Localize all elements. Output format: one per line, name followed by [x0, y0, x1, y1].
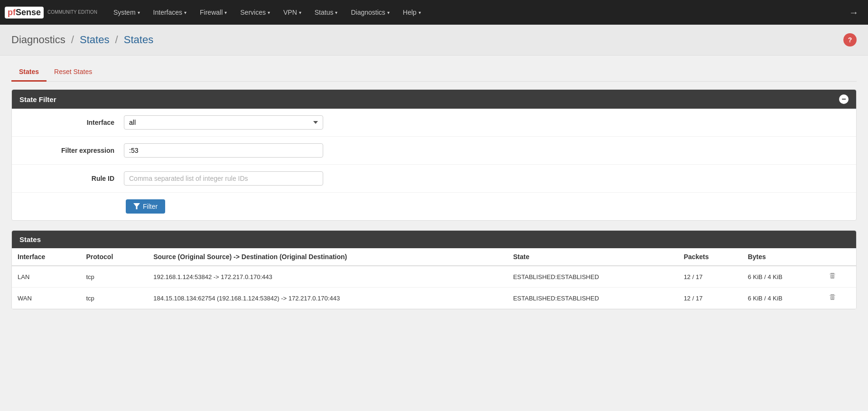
cell-bytes: 6 KiB / 4 KiB — [742, 288, 823, 309]
nav-item-interfaces[interactable]: Interfaces ▾ — [147, 0, 193, 25]
filter-button[interactable]: Filter — [126, 199, 165, 214]
col-state: State — [507, 248, 678, 266]
cell-source-dest: 192.168.1.124:53842 -> 172.217.0.170:443 — [148, 266, 507, 288]
filter-expression-label: Filter expression — [19, 147, 124, 154]
states-table-header-row: Interface Protocol Source (Original Sour… — [12, 248, 856, 266]
tab-states[interactable]: States — [11, 63, 47, 82]
rule-id-label: Rule ID — [19, 175, 124, 182]
chevron-down-icon: ▾ — [138, 10, 140, 15]
col-source-dest: Source (Original Source) -> Destination … — [148, 248, 507, 266]
chevron-down-icon: ▾ — [387, 10, 390, 15]
cell-interface: LAN — [12, 266, 81, 288]
filter-icon — [133, 203, 140, 210]
brand-edition: COMMUNITY EDITION — [47, 10, 97, 15]
col-interface: Interface — [12, 248, 81, 266]
states-panel: States Interface Protocol Source (Origin… — [11, 230, 857, 309]
panel-collapse-button[interactable]: − — [839, 94, 849, 104]
col-packets: Packets — [678, 248, 742, 266]
chevron-down-icon: ▾ — [335, 10, 337, 15]
breadcrumb-states1[interactable]: States — [80, 34, 109, 46]
states-panel-body: Interface Protocol Source (Original Sour… — [12, 248, 856, 309]
state-filter-panel-header: State Filter − — [12, 90, 856, 109]
cell-delete[interactable] — [823, 288, 856, 309]
nav-item-help[interactable]: Help ▾ — [396, 0, 428, 25]
interface-select[interactable]: all LAN WAN — [124, 115, 323, 130]
states-panel-header: States — [12, 231, 856, 248]
nav-item-services[interactable]: Services ▾ — [233, 0, 277, 25]
table-row: WAN tcp 184.15.108.134:62754 (192.168.1.… — [12, 288, 856, 309]
brand-logo[interactable]: pfSense COMMUNITY EDITION — [5, 7, 97, 19]
breadcrumb-sep2: / — [115, 34, 121, 46]
cell-state: ESTABLISHED:ESTABLISHED — [507, 288, 678, 309]
state-filter-panel: State Filter − Interface all LAN WAN Fil… — [11, 89, 857, 221]
nav-item-diagnostics[interactable]: Diagnostics ▾ — [344, 0, 396, 25]
delete-state-icon[interactable] — [829, 273, 836, 281]
chevron-down-icon: ▾ — [268, 10, 270, 15]
cell-packets: 12 / 17 — [678, 288, 742, 309]
states-table-head: Interface Protocol Source (Original Sour… — [12, 248, 856, 266]
cell-bytes: 6 KiB / 4 KiB — [742, 266, 823, 288]
nav-item-firewall[interactable]: Firewall ▾ — [193, 0, 233, 25]
interface-row: Interface all LAN WAN — [12, 109, 856, 137]
nav-menu: System ▾ Interfaces ▾ Firewall ▾ Service… — [107, 0, 844, 25]
tab-reset-states[interactable]: Reset States — [47, 63, 100, 82]
main-content: States Reset States State Filter − Inter… — [0, 56, 868, 327]
navbar: pfSense COMMUNITY EDITION System ▾ Inter… — [0, 0, 868, 25]
filter-btn-row: Filter — [12, 193, 856, 220]
rule-id-input[interactable] — [124, 171, 323, 186]
states-table-body: LAN tcp 192.168.1.124:53842 -> 172.217.0… — [12, 266, 856, 309]
cell-interface: WAN — [12, 288, 81, 309]
help-button[interactable]: ? — [843, 33, 857, 47]
col-actions — [823, 248, 856, 266]
cell-source-dest: 184.15.108.134:62754 (192.168.1.124:5384… — [148, 288, 507, 309]
states-table: Interface Protocol Source (Original Sour… — [12, 248, 856, 309]
chevron-down-icon: ▾ — [419, 10, 421, 15]
cell-protocol: tcp — [81, 266, 148, 288]
chevron-down-icon: ▾ — [299, 10, 301, 15]
chevron-down-icon: ▾ — [184, 10, 187, 15]
state-filter-panel-body: Interface all LAN WAN Filter expression — [12, 109, 856, 220]
states-panel-title: States — [19, 235, 41, 243]
chevron-down-icon: ▾ — [224, 10, 227, 15]
pfsense-logo-icon: pfSense — [5, 7, 44, 19]
state-filter-title: State Filter — [19, 95, 56, 103]
breadcrumb-text: Diagnostics / States / States — [11, 34, 153, 46]
filter-expression-control — [124, 143, 849, 158]
breadcrumb-states2[interactable]: States — [124, 34, 153, 46]
svg-marker-0 — [133, 203, 140, 209]
nav-item-status[interactable]: Status ▾ — [308, 0, 345, 25]
rule-id-control — [124, 171, 849, 186]
breadcrumb-root: Diagnostics — [11, 34, 65, 46]
logout-button[interactable]: → — [844, 7, 863, 18]
cell-state: ESTABLISHED:ESTABLISHED — [507, 266, 678, 288]
nav-item-system[interactable]: System ▾ — [107, 0, 147, 25]
breadcrumb: Diagnostics / States / States ? — [0, 25, 868, 56]
cell-delete[interactable] — [823, 266, 856, 288]
breadcrumb-sep1: / — [71, 34, 77, 46]
col-bytes: Bytes — [742, 248, 823, 266]
delete-state-icon[interactable] — [829, 294, 836, 302]
nav-item-vpn[interactable]: VPN ▾ — [277, 0, 308, 25]
table-row: LAN tcp 192.168.1.124:53842 -> 172.217.0… — [12, 266, 856, 288]
interface-label: Interface — [19, 119, 124, 126]
cell-protocol: tcp — [81, 288, 148, 309]
interface-control: all LAN WAN — [124, 115, 849, 130]
col-protocol: Protocol — [81, 248, 148, 266]
cell-packets: 12 / 17 — [678, 266, 742, 288]
tabs: States Reset States — [11, 63, 857, 82]
rule-id-row: Rule ID — [12, 165, 856, 193]
filter-expression-input[interactable] — [124, 143, 323, 158]
filter-expression-row: Filter expression — [12, 137, 856, 165]
